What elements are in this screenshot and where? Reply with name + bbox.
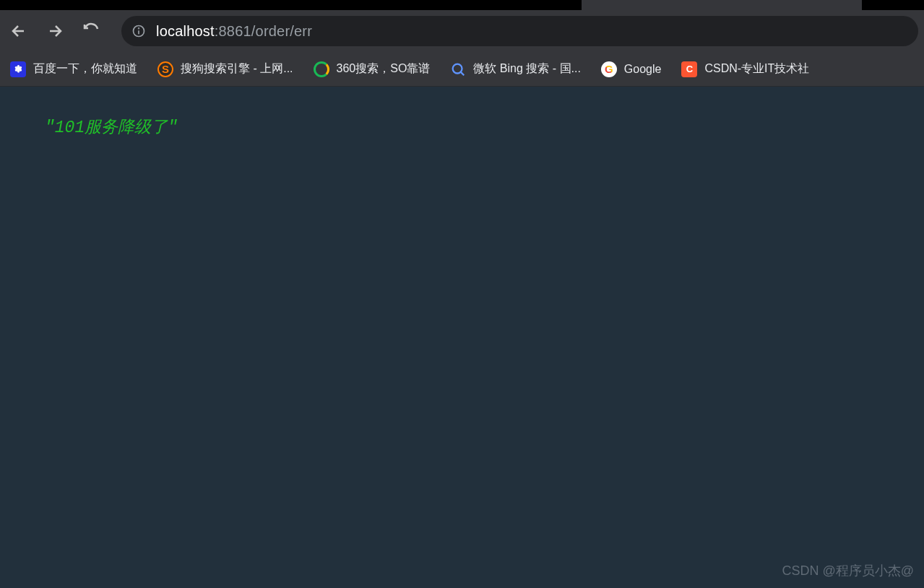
- tab-area-left: [0, 0, 582, 10]
- google-icon: [601, 61, 617, 77]
- bookmark-label: Google: [624, 63, 662, 76]
- site-info-icon[interactable]: [131, 24, 146, 38]
- 360-icon: [314, 61, 329, 77]
- arrow-left-icon: [10, 22, 27, 40]
- browser-toolbar: localhost:8861/order/err: [0, 10, 924, 52]
- tab-strip: [0, 0, 924, 10]
- csdn-icon: C: [681, 61, 697, 77]
- bookmark-label: CSDN-专业IT技术社: [704, 61, 809, 77]
- page-content: "101服务降级了": [0, 87, 924, 588]
- bookmark-bing[interactable]: 微软 Bing 搜索 - 国...: [450, 61, 580, 77]
- svg-line-4: [461, 72, 465, 75]
- bookmarks-bar: ✽ 百度一下，你就知道 搜狗搜索引擎 - 上网... 360搜索，SO靠谱 微软…: [0, 52, 924, 87]
- sogou-icon: [157, 61, 173, 77]
- watermark-text: CSDN @程序员小杰@: [782, 562, 914, 579]
- bookmark-label: 微软 Bing 搜索 - 国...: [473, 61, 580, 77]
- url-text: localhost:8861/order/err: [156, 23, 312, 40]
- bing-icon: [450, 61, 466, 77]
- bookmark-label: 搜狗搜索引擎 - 上网...: [181, 61, 293, 77]
- reload-icon: [82, 22, 100, 40]
- address-bar[interactable]: localhost:8861/order/err: [121, 16, 918, 46]
- tab-area-active[interactable]: [582, 0, 862, 10]
- url-host: localhost: [156, 23, 215, 39]
- url-path: :8861/order/err: [215, 23, 312, 39]
- baidu-icon: ✽: [10, 61, 26, 77]
- forward-button[interactable]: [42, 18, 68, 44]
- bookmark-google[interactable]: Google: [601, 61, 662, 77]
- reload-button[interactable]: [78, 18, 104, 44]
- svg-point-3: [453, 64, 462, 73]
- bookmark-baidu[interactable]: ✽ 百度一下，你就知道: [10, 61, 137, 77]
- response-body-text: "101服务降级了": [45, 118, 178, 137]
- arrow-right-icon: [46, 22, 64, 40]
- bookmark-sogou[interactable]: 搜狗搜索引擎 - 上网...: [157, 61, 293, 77]
- svg-point-2: [139, 28, 139, 29]
- back-button[interactable]: [6, 18, 32, 44]
- tab-area-right: [862, 0, 924, 10]
- bookmark-csdn[interactable]: C CSDN-专业IT技术社: [681, 61, 809, 77]
- bookmark-360[interactable]: 360搜索，SO靠谱: [314, 61, 431, 77]
- bookmark-label: 百度一下，你就知道: [33, 61, 137, 77]
- bookmark-label: 360搜索，SO靠谱: [337, 61, 431, 77]
